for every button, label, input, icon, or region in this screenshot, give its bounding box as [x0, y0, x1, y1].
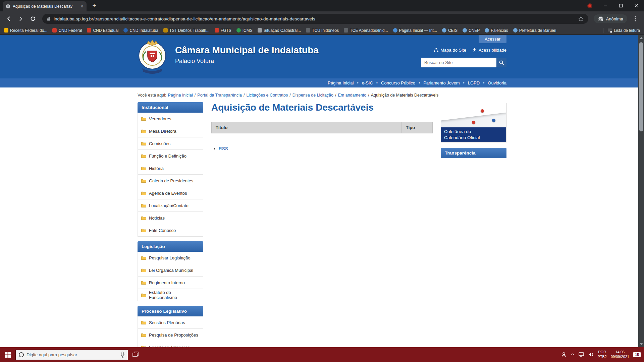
sidebar-item[interactable]: Notícias — [138, 212, 203, 224]
address-bar[interactable]: indaiatuba.sp.leg.br/transparencia/licit… — [42, 14, 588, 24]
sidebar-item[interactable]: História — [138, 162, 203, 175]
nav-link[interactable]: Ouvidoria — [488, 80, 506, 85]
language-indicator[interactable]: POR PTB2 — [597, 350, 607, 359]
sidebar-item[interactable]: Estatuto do Funcionalismo — [138, 289, 203, 301]
breadcrumb-link[interactable]: Licitações e Contratos — [247, 93, 288, 98]
forward-button[interactable] — [15, 13, 26, 24]
reading-list-button[interactable]: Lista de leitura — [607, 28, 640, 33]
bookmark-item[interactable]: Página Inicial — Int... — [393, 28, 437, 33]
table-column-header: Tipo — [402, 122, 433, 133]
rss-link[interactable]: RSS — [219, 146, 228, 151]
start-button[interactable] — [0, 347, 15, 362]
sidebar-item[interactable]: Mesa Diretora — [138, 125, 203, 137]
mic-icon[interactable] — [120, 352, 125, 358]
scrollbar[interactable] — [638, 35, 644, 347]
sidebar-item[interactable]: Comissões — [138, 137, 203, 150]
breadcrumb-link[interactable]: Dispensa de Licitação — [292, 93, 333, 98]
reading-list-label: Lista de leitura — [614, 28, 640, 33]
record-indicator-icon[interactable] — [587, 3, 592, 8]
left-sidebar: InstitucionalVereadoresMesa DiretoraComi… — [138, 102, 203, 347]
sidebar-item[interactable]: Pesquisa de Proposições — [138, 329, 203, 341]
tray-expand-icon[interactable] — [571, 353, 575, 356]
window-minimize-button[interactable] — [598, 0, 613, 11]
browser-tab[interactable]: Aquisição de Materiais Descartáv ✕ — [3, 1, 87, 11]
transparency-section: Transparência — [441, 148, 506, 158]
bookmark-item[interactable]: Situação Cadastral... — [258, 28, 301, 33]
sidebar-item[interactable]: Sessões Plenárias — [138, 316, 203, 329]
sidebar-item[interactable]: Exercícios Anteriores — [138, 341, 203, 347]
nav-link[interactable]: Parlamento Jovem — [423, 80, 460, 85]
bookmark-item[interactable]: TST Débitos Trabalh... — [163, 28, 210, 33]
bookmark-item[interactable]: TCU Inidôneos — [306, 28, 339, 33]
site-title: Câmara Municipal de Indaiatuba — [175, 45, 319, 56]
browser-menu-icon[interactable] — [630, 13, 641, 24]
site-favicon-icon — [6, 4, 10, 9]
accessibility-link[interactable]: Acessibilidade — [472, 48, 506, 53]
scrollbar-up-arrow-icon[interactable] — [640, 37, 643, 39]
clock[interactable]: 14:06 09/09/2021 — [611, 350, 629, 359]
sidebar-section: InstitucionalVereadoresMesa DiretoraComi… — [138, 102, 203, 237]
breadcrumb-link[interactable]: Portal da Transparência — [197, 93, 242, 98]
bookmark-star-icon[interactable] — [578, 16, 584, 21]
scrollbar-thumb[interactable] — [639, 42, 643, 131]
folder-icon — [141, 117, 146, 121]
breadcrumb-link[interactable]: Em andamento — [338, 93, 366, 98]
folder-icon — [141, 191, 146, 195]
bookmark-item[interactable]: Receita Federal do... — [4, 28, 47, 33]
nav-link[interactable]: LGPD — [468, 80, 480, 85]
sidebar-item[interactable]: Fale Conosco — [138, 224, 203, 237]
bookmark-item[interactable]: ICMS — [236, 28, 253, 33]
nav-link[interactable]: e-SIC — [362, 80, 373, 85]
site-logo[interactable] — [138, 39, 167, 74]
bookmark-label: Situação Cadastral... — [264, 28, 301, 33]
bookmark-item[interactable]: CNEP — [463, 28, 480, 33]
reload-button[interactable] — [28, 13, 38, 24]
sidebar-item[interactable]: Pesquisar Legislação — [138, 252, 203, 264]
bookmark-item[interactable]: CND Indaiatuba — [123, 28, 158, 33]
bookmark-item[interactable]: Falências — [485, 28, 508, 33]
login-button[interactable]: Acessar — [479, 35, 506, 43]
folder-icon — [141, 228, 146, 232]
gray-doc-icon — [258, 28, 262, 33]
bookmarks-bar: Receita Federal do...CND FederalCND Esta… — [0, 26, 644, 35]
sidebar-item[interactable]: Regimento Interno — [138, 277, 203, 289]
sidebar-item[interactable]: Lei Orgânica Municipal — [138, 264, 203, 277]
bookmark-item[interactable]: CND Federal — [52, 28, 82, 33]
site-search-input[interactable] — [421, 58, 496, 67]
folder-icon — [141, 256, 146, 260]
taskbar-search[interactable]: Digite aqui para pesquisar — [15, 350, 128, 360]
sidebar-item[interactable]: Vereadores — [138, 113, 203, 125]
sidebar-item[interactable]: Localização/Contato — [138, 199, 203, 212]
bookmark-item[interactable]: CND Estadual — [87, 28, 118, 33]
bookmark-item[interactable]: Prefeitura de Barueri — [513, 28, 556, 33]
sitemap-link[interactable]: Mapa do Site — [434, 48, 466, 53]
site-search-button[interactable] — [496, 58, 506, 67]
scale-icon — [163, 28, 168, 33]
user-icon[interactable] — [561, 352, 567, 357]
nav-separator: • — [376, 81, 378, 85]
calendar-banner[interactable]: Coletânea do Calendário Oficial — [441, 103, 506, 142]
window-maximize-button[interactable] — [613, 0, 629, 11]
task-view-button[interactable] — [128, 347, 143, 362]
bookmark-item[interactable]: TCE Apenados/Inid... — [344, 28, 388, 33]
volume-icon[interactable] — [588, 352, 593, 357]
network-icon[interactable] — [579, 352, 584, 357]
folder-icon — [141, 333, 146, 337]
nav-link[interactable]: Página Inicial — [328, 80, 354, 85]
scrollbar-down-arrow-icon[interactable] — [640, 343, 643, 345]
tab-close-icon[interactable]: ✕ — [80, 4, 84, 9]
bookmark-item[interactable]: CEIS — [442, 28, 458, 33]
new-tab-button[interactable]: + — [90, 2, 99, 10]
sidebar-item[interactable]: Agenda de Eventos — [138, 187, 203, 199]
profile-chip[interactable]: Anônima — [594, 14, 627, 23]
back-button[interactable] — [3, 13, 14, 24]
sidebar-item[interactable]: Galeria de Presidentes — [138, 175, 203, 187]
window-close-button[interactable] — [629, 0, 644, 11]
notifications-button[interactable]: 15 — [633, 352, 641, 357]
breadcrumb-link[interactable]: Página Inicial — [168, 93, 193, 98]
breadcrumb-separator: / — [335, 93, 336, 98]
sidebar-item[interactable]: Função e Definição — [138, 150, 203, 162]
nav-link[interactable]: Concurso Público — [381, 80, 415, 85]
bookmark-label: Receita Federal do... — [10, 28, 47, 33]
bookmark-item[interactable]: FGTS — [215, 28, 231, 33]
